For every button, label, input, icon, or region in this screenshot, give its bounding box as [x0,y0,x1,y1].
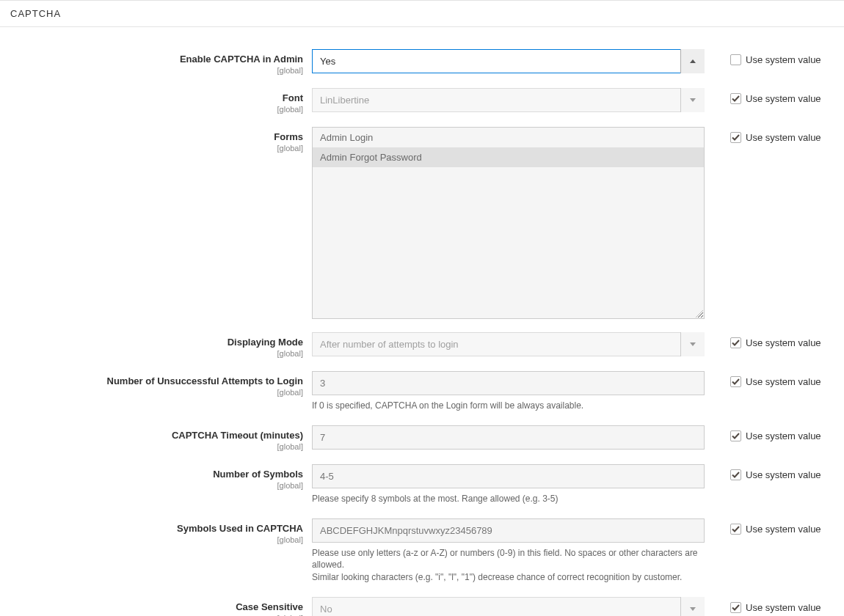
field-displaying-mode: Displaying Mode [global] After number of… [0,332,844,358]
use-system-label[interactable]: Use system value [746,132,821,143]
use-system-label[interactable]: Use system value [746,337,821,348]
label-displaying-mode: Displaying Mode [0,337,303,348]
checkbox-use-system-attempts[interactable] [730,376,741,387]
use-system-label[interactable]: Use system value [746,469,821,480]
field-enable-captcha: Enable CAPTCHA in Admin [global] Yes Use… [0,49,844,75]
checkbox-use-system-symbols-used[interactable] [730,524,741,535]
checkbox-use-system-font[interactable] [730,93,741,104]
field-attempts: Number of Unsuccessful Attempts to Login… [0,371,844,412]
checkbox-use-system-mode[interactable] [730,337,741,348]
checkbox-use-system-forms[interactable] [730,132,741,143]
checkbox-use-system-enable[interactable] [730,54,741,65]
field-case-sensitive: Case Sensitive [global] No Use system va… [0,597,844,616]
select-font: LinLibertine [312,88,705,112]
label-timeout: CAPTCHA Timeout (minutes) [0,430,303,441]
note-symbols-used-2: Similar looking characters (e.g. "i", "l… [312,571,705,584]
section-header[interactable]: CAPTCHA [0,0,844,27]
label-font: Font [0,92,303,103]
select-case-sensitive: No [312,597,705,616]
scope-label: [global] [0,144,303,153]
scope-label: [global] [0,535,303,544]
forms-option-admin-forgot: Admin Forgot Password [313,147,704,167]
label-case-sensitive: Case Sensitive [0,601,303,612]
field-timeout: CAPTCHA Timeout (minutes) [global] Use s… [0,425,844,451]
scope-label: [global] [0,349,303,358]
use-system-label[interactable]: Use system value [746,93,821,104]
select-displaying-mode: After number of attempts to login [312,332,705,356]
field-forms: Forms [global] Admin Login Admin Forgot … [0,127,844,319]
captcha-fieldset: Enable CAPTCHA in Admin [global] Yes Use… [0,27,844,616]
use-system-label[interactable]: Use system value [746,376,821,387]
checkbox-use-system-symbols-count[interactable] [730,469,741,480]
label-symbols-count: Number of Symbols [0,469,303,480]
label-forms: Forms [0,131,303,142]
note-symbols-used-1: Please use only letters (a-z or A-Z) or … [312,547,705,572]
section-title: CAPTCHA [10,8,61,19]
note-symbols-count: Please specify 8 symbols at the most. Ra… [312,493,705,505]
input-attempts [312,371,705,395]
note-attempts: If 0 is specified, CAPTCHA on the Login … [312,400,705,412]
use-system-label[interactable]: Use system value [746,602,821,613]
field-symbols-count: Number of Symbols [global] Please specif… [0,464,844,505]
scope-label: [global] [0,481,303,490]
scope-label: [global] [0,442,303,451]
checkbox-use-system-timeout[interactable] [730,430,741,441]
use-system-label[interactable]: Use system value [746,430,821,441]
field-symbols-used: Symbols Used in CAPTCHA [global] Please … [0,518,844,584]
scope-label: [global] [0,388,303,397]
checkbox-use-system-case-sensitive[interactable] [730,602,741,613]
scope-label: [global] [0,105,303,114]
label-symbols-used: Symbols Used in CAPTCHA [0,523,303,534]
label-attempts: Number of Unsuccessful Attempts to Login [0,375,303,386]
input-timeout [312,425,705,450]
input-symbols-count [312,464,705,488]
multiselect-forms: Admin Login Admin Forgot Password [312,127,705,319]
resize-handle-icon [696,310,703,318]
input-symbols-used [312,518,705,543]
select-enable-captcha[interactable]: Yes [312,49,705,73]
forms-option-admin-login: Admin Login [313,128,704,147]
scope-label: [global] [0,66,303,75]
use-system-label[interactable]: Use system value [746,524,821,535]
label-enable-captcha: Enable CAPTCHA in Admin [0,54,303,65]
field-font: Font [global] LinLibertine Use system va… [0,88,844,114]
use-system-label[interactable]: Use system value [746,54,821,65]
